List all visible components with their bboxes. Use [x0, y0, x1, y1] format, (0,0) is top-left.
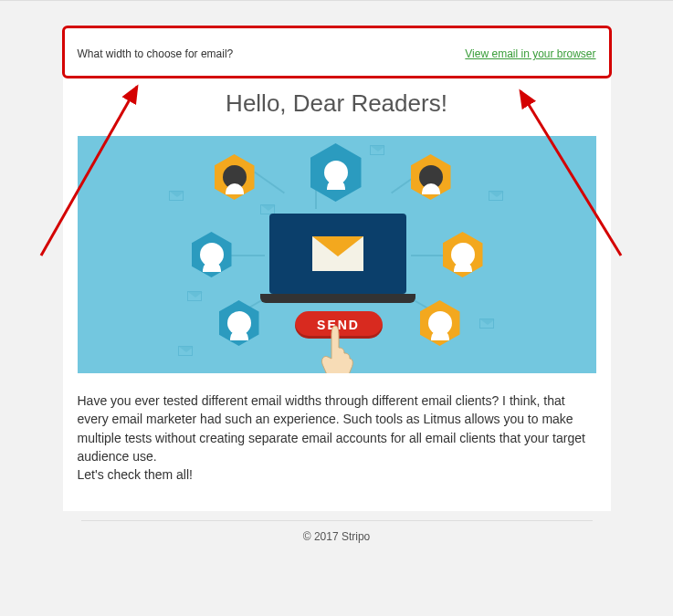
mini-envelope-icon	[370, 145, 384, 155]
connector-line	[411, 255, 447, 256]
footer: © 2017 Stripo	[81, 520, 593, 552]
body-paragraph: Let's check them all!	[78, 465, 596, 484]
mini-envelope-icon	[489, 191, 503, 201]
body-text: Have you ever tested different email wid…	[63, 373, 611, 511]
avatar-hex-icon	[215, 154, 255, 200]
mini-envelope-icon	[479, 318, 494, 329]
top-border	[0, 0, 673, 1]
avatar-hex-icon	[219, 300, 259, 346]
mini-envelope-icon	[169, 191, 184, 201]
mini-envelope-icon	[178, 346, 193, 356]
preheader-text: What width to choose for email?	[78, 47, 234, 60]
preheader-row: What width to choose for email? View ema…	[63, 27, 611, 80]
envelope-icon	[312, 236, 363, 271]
preheader-link-wrap: View email in your browser	[465, 47, 595, 60]
laptop-screen	[269, 214, 406, 294]
avatar-hex-icon	[192, 232, 232, 277]
headline: Hello, Dear Readers!	[63, 80, 611, 136]
avatar-hex-icon	[443, 232, 483, 277]
avatar-hex-icon	[411, 154, 451, 200]
email-container: What width to choose for email? View ema…	[63, 27, 611, 511]
avatar-hex-icon	[310, 143, 362, 202]
hero-illustration: SEND	[78, 136, 596, 373]
pointing-hand-icon	[317, 324, 357, 373]
body-paragraph: Have you ever tested different email wid…	[78, 392, 596, 465]
mini-envelope-icon	[187, 291, 202, 301]
connector-line	[254, 172, 285, 194]
copyright-text: © 2017 Stripo	[303, 530, 371, 543]
laptop-icon	[269, 214, 406, 305]
connector-line	[228, 255, 265, 256]
laptop-base	[260, 294, 415, 303]
view-in-browser-link[interactable]: View email in your browser	[465, 47, 595, 60]
